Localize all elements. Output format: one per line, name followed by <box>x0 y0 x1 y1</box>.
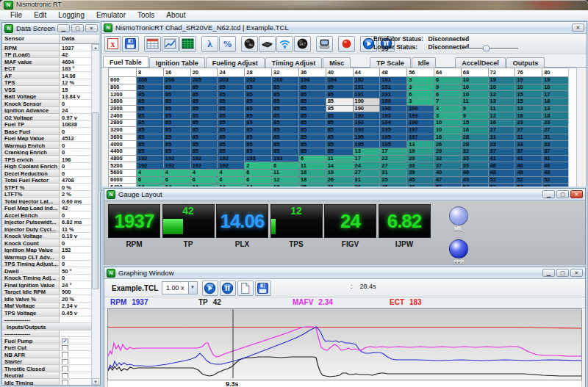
fuel-cell[interactable]: 26 <box>326 176 353 184</box>
fuel-cell[interactable]: 194 <box>380 120 407 127</box>
fuel-table-row-header[interactable]: 2000 <box>109 105 137 112</box>
fuel-cell[interactable]: 85 <box>245 148 272 155</box>
fuel-cell[interactable]: 191 <box>380 91 407 98</box>
fuel-cell[interactable]: 24 <box>353 162 380 170</box>
fuel-cell[interactable]: 85 <box>245 84 272 91</box>
fuel-cell[interactable]: 27 <box>488 126 515 134</box>
fuel-cell[interactable]: 203 <box>218 77 245 84</box>
fuel-cell[interactable]: 13 <box>515 105 542 112</box>
fuel-cell[interactable]: 85 <box>272 134 299 141</box>
fuel-cell[interactable]: 10 <box>461 91 488 98</box>
excel-export-icon[interactable]: x <box>104 36 121 52</box>
fuel-cell[interactable]: 37 <box>434 162 461 170</box>
fuel-cell[interactable]: 31 <box>488 134 515 141</box>
fuel-cell[interactable]: 85 <box>272 105 299 112</box>
fuel-cell[interactable]: 192 <box>218 155 245 162</box>
fuel-cell[interactable]: 31 <box>353 176 380 184</box>
fuel-cell[interactable]: 85 <box>326 134 353 141</box>
fuel-table-col-header[interactable]: 28 <box>245 68 272 77</box>
fuel-cell[interactable]: 85 <box>190 105 218 112</box>
fuel-cell[interactable]: 85 <box>190 148 218 155</box>
fuel-cell[interactable]: 85 <box>163 98 190 106</box>
fuel-cell[interactable]: 10 <box>461 77 488 84</box>
fuel-table-col-header[interactable]: 24 <box>218 68 245 77</box>
fuel-table-row-header[interactable]: 2800 <box>109 120 137 127</box>
fuel-cell[interactable]: 85 <box>245 126 272 134</box>
fuel-cell[interactable]: 85 <box>298 98 326 106</box>
fuel-cell[interactable]: 85 <box>137 112 164 120</box>
minimize-button[interactable]: ▁ <box>57 24 70 32</box>
menu-emulator[interactable]: Emulator <box>90 11 132 19</box>
fuel-cell[interactable]: 193 <box>245 155 272 162</box>
fuel-cell[interactable]: 85 <box>163 148 190 155</box>
chart-view-icon[interactable] <box>162 36 179 52</box>
close-button[interactable]: ✕ <box>85 24 98 32</box>
fuel-cell[interactable]: 85 <box>137 84 164 91</box>
fuel-table-col-header[interactable]: 8 <box>137 68 164 77</box>
menu-logging[interactable]: Logging <box>52 11 90 19</box>
fuel-cell[interactable]: 192 <box>137 155 164 162</box>
fuel-cell[interactable]: 14 <box>326 162 353 170</box>
fuel-cell[interactable]: 3 <box>434 105 461 112</box>
fuel-cell[interactable]: 4 <box>163 169 190 176</box>
close-button[interactable]: ✕ <box>570 190 583 198</box>
fuel-cell[interactable]: 85 <box>298 112 326 120</box>
fuel-cell[interactable]: 193 <box>407 112 434 120</box>
fuel-cell[interactable]: 191 <box>353 84 380 91</box>
fuel-cell[interactable]: 193 <box>380 112 407 120</box>
fuel-cell[interactable]: 52 <box>488 176 515 184</box>
fuel-cell[interactable]: 27 <box>515 126 542 134</box>
new-log-button[interactable] <box>237 281 254 296</box>
fuel-cell[interactable]: 85 <box>163 105 190 112</box>
fuel-cell[interactable]: 6 <box>163 176 190 184</box>
fuel-cell[interactable]: 85 <box>326 105 353 112</box>
tab-misc[interactable]: Misc <box>323 57 351 68</box>
scroll-down-icon[interactable]: ▼ <box>92 378 99 385</box>
menu-edit[interactable]: Edit <box>28 11 52 19</box>
fuel-cell[interactable]: 15 <box>515 98 542 106</box>
slider-thumb[interactable] <box>483 46 490 51</box>
checkbox[interactable] <box>62 359 68 366</box>
fuel-cell[interactable]: 192 <box>190 155 218 162</box>
fuel-cell[interactable]: 4 <box>190 169 218 176</box>
fuel-cell[interactable]: 85 <box>245 98 272 106</box>
fuel-cell[interactable]: 85 <box>218 91 245 98</box>
tab-outputs[interactable]: Outputs <box>506 57 545 68</box>
fuel-cell[interactable]: 6 <box>434 77 461 84</box>
percent-icon[interactable]: % <box>219 36 236 52</box>
fuel-cell[interactable]: 19 <box>542 77 570 84</box>
fuel-cell[interactable]: 85 <box>218 84 245 91</box>
fuel-cell[interactable]: 16 <box>434 134 461 141</box>
fuel-cell[interactable]: 33 <box>407 162 434 170</box>
fuel-table-row-header[interactable]: 5200 <box>109 162 137 170</box>
fuel-cell[interactable]: 85 <box>218 105 245 112</box>
fuel-cell[interactable]: 206 <box>137 77 164 84</box>
fuel-cell[interactable]: 10 <box>542 84 570 91</box>
fuel-cell[interactable]: 85 <box>298 126 326 134</box>
chevron-down-icon[interactable]: ▼ <box>188 282 197 294</box>
fuel-cell[interactable]: 85 <box>272 112 299 120</box>
fuel-table-col-header[interactable]: 32 <box>272 68 299 77</box>
fuel-cell[interactable]: 29 <box>407 155 434 162</box>
fuel-cell[interactable]: 85 <box>272 120 299 127</box>
fuel-cell[interactable]: 85 <box>272 84 299 91</box>
fuel-cell[interactable]: 46 <box>542 162 570 170</box>
fuel-table-col-header[interactable]: 68 <box>461 68 488 77</box>
fuel-cell[interactable]: 46 <box>488 162 515 170</box>
emulator-slider[interactable] <box>465 46 518 51</box>
save-log-button[interactable] <box>255 281 271 296</box>
fuel-cell[interactable]: 18 <box>515 112 542 120</box>
fuel-cell[interactable]: 39 <box>461 162 488 170</box>
fuel-cell[interactable]: 6 <box>434 91 461 98</box>
fuel-cell[interactable]: 19 <box>515 77 542 84</box>
ecu-device-icon[interactable] <box>259 36 276 52</box>
fuel-cell[interactable]: 191 <box>380 77 407 84</box>
fuel-cell[interactable]: 85 <box>245 134 272 141</box>
graph-plot[interactable] <box>107 308 582 380</box>
fuel-cell[interactable]: 85 <box>190 120 218 127</box>
fuel-cell[interactable]: 6 <box>218 176 245 184</box>
lambda-icon[interactable]: λ <box>201 36 218 52</box>
maximize-button[interactable]: ▢ <box>556 190 569 198</box>
fuel-cell[interactable]: 85 <box>326 91 353 98</box>
fuel-cell[interactable]: 31 <box>515 134 542 141</box>
